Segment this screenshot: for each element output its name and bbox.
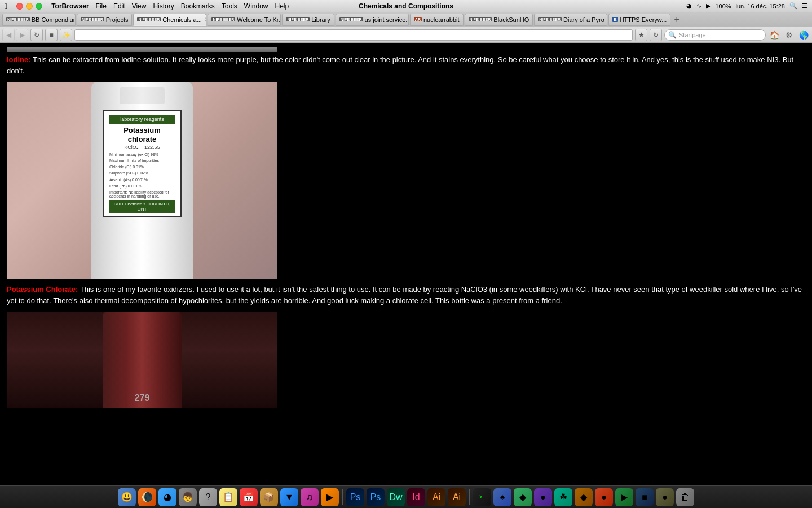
settings-button[interactable]: ⚙ — [783, 29, 795, 41]
potassium-chlorate-image: laboratory reagents Potassium chlorate K… — [7, 82, 277, 279]
dock-app5[interactable]: ☘ — [554, 488, 572, 506]
dark-bottle-body: 279 — [103, 312, 182, 408]
dock-addressbook[interactable]: 👦 — [179, 488, 197, 506]
tab-projects[interactable]: NIPE BEER Projects — [77, 14, 132, 26]
search-placeholder: Startpage — [679, 32, 706, 38]
tab-close-button[interactable]: ✕ — [205, 16, 207, 23]
dock-calendar[interactable]: 📅 — [240, 488, 258, 506]
tab-label: Diary of a Pyro — [563, 16, 604, 23]
home-button[interactable]: ■ — [45, 29, 58, 41]
tab-label: Welcome To Kr... — [237, 16, 281, 23]
dock-separator2 — [469, 489, 470, 505]
menu-bar: TorBrowser File Edit View History Bookma… — [51, 2, 289, 10]
potassium-label: Potassium Chlorate: — [7, 285, 78, 294]
tor-button[interactable]: 🌎 — [797, 29, 810, 41]
search-bar[interactable]: 🔍 Startpage — [664, 29, 766, 41]
menu-window[interactable]: Window — [244, 2, 268, 10]
close-window-button[interactable] — [16, 3, 23, 10]
dock-separator — [342, 489, 343, 505]
bottle-impurities-label: Maximum limits of impurities — [109, 159, 175, 163]
dock: 😃 🌘 ◕ 👦 ? 📋 📅 📦 ▼ ♫ ▶ Ps Ps Dw Id Ai Ai … — [0, 485, 812, 508]
dark-bottle-background: 279 — [7, 312, 277, 408]
refresh-button[interactable]: ↻ — [650, 29, 662, 41]
search-icon[interactable]: 🔍 — [789, 2, 797, 10]
dock-terminal[interactable]: >_ — [473, 488, 491, 506]
bottle-lead: Lead (Pb) 0.001% — [109, 184, 175, 188]
dock-safari[interactable]: ◕ — [158, 488, 176, 506]
tab-bb-compendium[interactable]: NIPE BEER BB Compendium — [2, 14, 76, 26]
dock-app3[interactable]: ◆ — [514, 488, 532, 506]
dock-app7[interactable]: ● — [595, 488, 613, 506]
dock-photoshop[interactable]: Ps — [346, 488, 364, 506]
potassium-chlorate-description: Potassium Chlorate: This is one of my fa… — [7, 284, 805, 306]
tab-badge: NIPE BEER — [286, 17, 310, 21]
dock-app10[interactable]: ● — [656, 488, 674, 506]
tab-https[interactable]: E HTTPS Everyw... — [608, 14, 670, 26]
dock-indesign[interactable]: Id — [407, 488, 425, 506]
tab-badge: NIPE BEER — [81, 17, 104, 21]
search-engine-icon: 🔍 — [668, 31, 677, 39]
dock-app9[interactable]: ■ — [636, 488, 654, 506]
bluetooth-icon: ◕ — [686, 2, 692, 10]
dock-finder[interactable]: 😃 — [118, 488, 136, 506]
tab-chemicals[interactable]: NIPE BEER Chemicals a... ✕ — [133, 14, 206, 26]
dock-itunes[interactable]: ♫ — [301, 488, 319, 506]
dock-notes[interactable]: 📋 — [219, 488, 237, 506]
dock-photoshop2[interactable]: Ps — [367, 488, 385, 506]
nav-bar: ◀ ▶ ↻ ■ ✨ ★ ↻ 🔍 Startpage 🏠 ⚙ 🌎 — [0, 27, 812, 43]
menu-file[interactable]: File — [96, 2, 107, 10]
bookmark-star-button[interactable]: ✨ — [60, 29, 72, 41]
dock-app8[interactable]: ▶ — [615, 488, 633, 506]
dock-utorrent[interactable]: ▼ — [280, 488, 298, 506]
dock-vlc[interactable]: ▶ — [321, 488, 339, 506]
iodine-text: This can be extracted from iodine soluti… — [7, 55, 793, 75]
bottle-formula: KClO₃ = 122.55 — [109, 144, 175, 150]
bottle-brand: laboratory reagents — [109, 115, 175, 124]
new-tab-button[interactable]: + — [672, 15, 681, 25]
maximize-window-button[interactable] — [36, 3, 42, 10]
tab-usjoint[interactable]: NIPE BEER us joint service... — [336, 14, 409, 26]
dock-dreamweaver[interactable]: Dw — [387, 488, 405, 506]
tab-diary[interactable]: NIPE BEER Diary of a Pyro — [534, 14, 607, 26]
minimize-window-button[interactable] — [26, 3, 33, 10]
tab-label: BlackSunHQ — [493, 16, 529, 23]
bookmark-button[interactable]: ★ — [635, 29, 647, 41]
reload-button[interactable]: ↻ — [30, 29, 43, 41]
dock-unarchiver[interactable]: 📦 — [260, 488, 278, 506]
dock-app4[interactable]: ● — [534, 488, 552, 506]
tab-badge: NIPE BEER — [469, 17, 492, 21]
dock-illustrator[interactable]: Ai — [427, 488, 445, 506]
tab-library[interactable]: NIPE BEER Library — [282, 14, 334, 26]
tab-label: Projects — [106, 16, 129, 23]
tab-nuclearrabbit[interactable]: AR nuclearrabbit — [410, 14, 464, 26]
dock-firefox[interactable]: 🌘 — [138, 488, 156, 506]
bottle-sulphate: Sulphate (SO₄) 0.02% — [109, 171, 175, 176]
menu-view[interactable]: View — [132, 2, 147, 10]
list-icon[interactable]: ☰ — [802, 2, 807, 10]
apple-menu-icon[interactable]:  — [5, 2, 7, 11]
home-nav-button[interactable]: 🏠 — [768, 29, 780, 41]
battery-indicator: 100% — [715, 3, 731, 10]
tab-label: nuclearrabbit — [423, 16, 460, 23]
dock-app2[interactable]: ♠ — [493, 488, 511, 506]
titlebar:  TorBrowser File Edit View History Book… — [0, 0, 812, 12]
forward-button[interactable]: ▶ — [16, 29, 28, 41]
dock-app6[interactable]: ◆ — [575, 488, 593, 506]
menu-torbrowser[interactable]: TorBrowser — [51, 2, 89, 10]
bottle-label: laboratory reagents Potassium chlorate K… — [103, 110, 182, 217]
dock-trash[interactable]: 🗑 — [676, 488, 694, 506]
tab-badge: NIPE BEER — [137, 17, 161, 21]
menu-help[interactable]: Help — [275, 2, 289, 10]
menu-bookmarks[interactable]: Bookmarks — [181, 2, 215, 10]
menu-history[interactable]: History — [153, 2, 174, 10]
tab-label: Library — [311, 16, 330, 23]
menu-tools[interactable]: Tools — [222, 2, 237, 10]
url-bar[interactable] — [74, 29, 633, 41]
back-button[interactable]: ◀ — [2, 29, 15, 41]
dock-illustrator2[interactable]: Ai — [448, 488, 466, 506]
dock-help[interactable]: ? — [199, 488, 217, 506]
page-content: Iodine: This can be extracted from iodin… — [0, 43, 812, 485]
menu-edit[interactable]: Edit — [113, 2, 125, 10]
tab-welcome[interactable]: NIPE BEER Welcome To Kr... — [208, 14, 281, 26]
tab-blacksun[interactable]: NIPE BEER BlackSunHQ — [465, 14, 533, 26]
